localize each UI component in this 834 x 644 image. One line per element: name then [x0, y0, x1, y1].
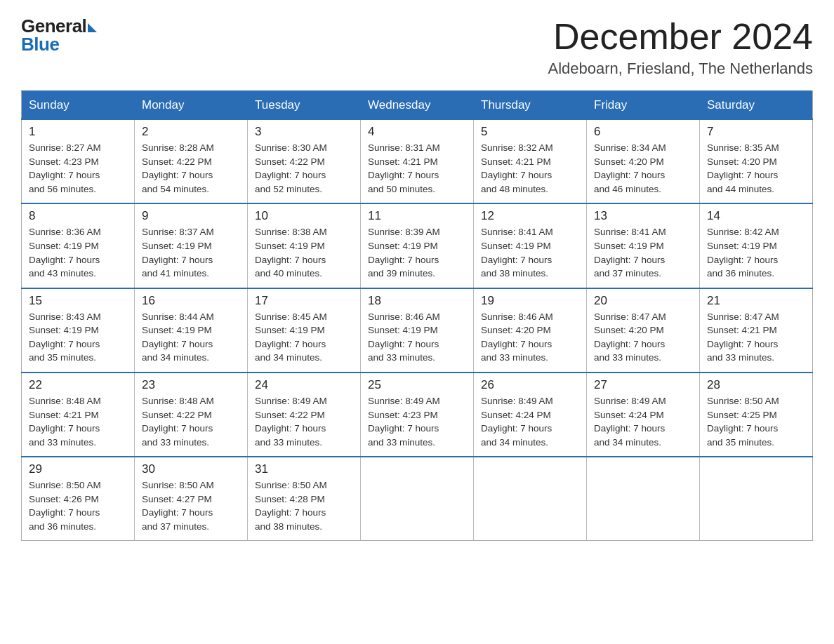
- calendar-day-cell: 10Sunrise: 8:38 AMSunset: 4:19 PMDayligh…: [248, 203, 361, 288]
- day-number: 29: [29, 462, 128, 476]
- day-info: Sunrise: 8:46 AMSunset: 4:20 PMDaylight:…: [481, 310, 581, 365]
- day-info: Sunrise: 8:49 AMSunset: 4:24 PMDaylight:…: [481, 394, 581, 449]
- day-info: Sunrise: 8:30 AMSunset: 4:22 PMDaylight:…: [255, 141, 355, 196]
- calendar-day-cell: 18Sunrise: 8:46 AMSunset: 4:19 PMDayligh…: [361, 288, 474, 373]
- day-number: 24: [255, 378, 355, 392]
- day-number: 14: [707, 209, 807, 223]
- calendar-day-cell: 26Sunrise: 8:49 AMSunset: 4:24 PMDayligh…: [474, 373, 587, 457]
- calendar-week-row: 8Sunrise: 8:36 AMSunset: 4:19 PMDaylight…: [22, 203, 813, 288]
- calendar-day-cell: 29Sunrise: 8:50 AMSunset: 4:26 PMDayligh…: [22, 457, 135, 541]
- day-info: Sunrise: 8:50 AMSunset: 4:26 PMDaylight:…: [29, 478, 128, 533]
- calendar-empty-cell: [474, 457, 587, 541]
- day-info: Sunrise: 8:50 AMSunset: 4:28 PMDaylight:…: [255, 478, 355, 533]
- weekday-header-tuesday: Tuesday: [248, 91, 361, 120]
- calendar-week-row: 29Sunrise: 8:50 AMSunset: 4:26 PMDayligh…: [22, 457, 813, 541]
- day-info: Sunrise: 8:45 AMSunset: 4:19 PMDaylight:…: [255, 310, 355, 365]
- weekday-header-thursday: Thursday: [474, 91, 587, 120]
- title-block: December 2024 Aldeboarn, Friesland, The …: [548, 17, 813, 78]
- month-title: December 2024: [548, 17, 813, 57]
- logo-blue: Blue: [21, 35, 59, 53]
- calendar-week-row: 1Sunrise: 8:27 AMSunset: 4:23 PMDaylight…: [22, 119, 813, 203]
- day-number: 17: [255, 294, 355, 308]
- day-info: Sunrise: 8:31 AMSunset: 4:21 PMDaylight:…: [368, 141, 468, 196]
- day-number: 26: [481, 378, 581, 392]
- day-info: Sunrise: 8:49 AMSunset: 4:24 PMDaylight:…: [594, 394, 694, 449]
- day-info: Sunrise: 8:50 AMSunset: 4:25 PMDaylight:…: [707, 394, 807, 449]
- weekday-header-row: SundayMondayTuesdayWednesdayThursdayFrid…: [22, 91, 813, 120]
- calendar-day-cell: 4Sunrise: 8:31 AMSunset: 4:21 PMDaylight…: [361, 119, 474, 203]
- calendar-day-cell: 20Sunrise: 8:47 AMSunset: 4:20 PMDayligh…: [587, 288, 700, 373]
- day-number: 15: [29, 294, 128, 308]
- day-number: 13: [594, 209, 694, 223]
- day-info: Sunrise: 8:43 AMSunset: 4:19 PMDaylight:…: [29, 310, 128, 365]
- calendar-day-cell: 28Sunrise: 8:50 AMSunset: 4:25 PMDayligh…: [700, 373, 813, 457]
- day-number: 25: [368, 378, 468, 392]
- day-number: 31: [255, 462, 355, 476]
- page: General Blue December 2024 Aldeboarn, Fr…: [0, 0, 834, 555]
- day-info: Sunrise: 8:41 AMSunset: 4:19 PMDaylight:…: [594, 225, 694, 280]
- weekday-header-saturday: Saturday: [700, 91, 813, 120]
- calendar-empty-cell: [587, 457, 700, 541]
- calendar-day-cell: 23Sunrise: 8:48 AMSunset: 4:22 PMDayligh…: [135, 373, 248, 457]
- calendar-day-cell: 13Sunrise: 8:41 AMSunset: 4:19 PMDayligh…: [587, 203, 700, 288]
- calendar-empty-cell: [361, 457, 474, 541]
- day-number: 27: [594, 378, 694, 392]
- day-info: Sunrise: 8:44 AMSunset: 4:19 PMDaylight:…: [142, 310, 241, 365]
- day-number: 9: [142, 209, 241, 223]
- day-number: 7: [707, 125, 807, 139]
- calendar-empty-cell: [700, 457, 813, 541]
- day-info: Sunrise: 8:48 AMSunset: 4:21 PMDaylight:…: [29, 394, 128, 449]
- calendar-week-row: 15Sunrise: 8:43 AMSunset: 4:19 PMDayligh…: [22, 288, 813, 373]
- calendar-day-cell: 25Sunrise: 8:49 AMSunset: 4:23 PMDayligh…: [361, 373, 474, 457]
- calendar-day-cell: 2Sunrise: 8:28 AMSunset: 4:22 PMDaylight…: [135, 119, 248, 203]
- calendar-day-cell: 12Sunrise: 8:41 AMSunset: 4:19 PMDayligh…: [474, 203, 587, 288]
- calendar-day-cell: 7Sunrise: 8:35 AMSunset: 4:20 PMDaylight…: [700, 119, 813, 203]
- day-number: 6: [594, 125, 694, 139]
- calendar-day-cell: 31Sunrise: 8:50 AMSunset: 4:28 PMDayligh…: [248, 457, 361, 541]
- day-number: 1: [29, 125, 128, 139]
- calendar-day-cell: 8Sunrise: 8:36 AMSunset: 4:19 PMDaylight…: [22, 203, 135, 288]
- day-number: 28: [707, 378, 807, 392]
- day-info: Sunrise: 8:48 AMSunset: 4:22 PMDaylight:…: [142, 394, 241, 449]
- day-number: 2: [142, 125, 241, 139]
- calendar-week-row: 22Sunrise: 8:48 AMSunset: 4:21 PMDayligh…: [22, 373, 813, 457]
- calendar-day-cell: 22Sunrise: 8:48 AMSunset: 4:21 PMDayligh…: [22, 373, 135, 457]
- day-info: Sunrise: 8:49 AMSunset: 4:23 PMDaylight:…: [368, 394, 468, 449]
- logo-triangle-icon: [88, 23, 97, 32]
- calendar-day-cell: 19Sunrise: 8:46 AMSunset: 4:20 PMDayligh…: [474, 288, 587, 373]
- calendar-day-cell: 15Sunrise: 8:43 AMSunset: 4:19 PMDayligh…: [22, 288, 135, 373]
- calendar-day-cell: 9Sunrise: 8:37 AMSunset: 4:19 PMDaylight…: [135, 203, 248, 288]
- calendar-table: SundayMondayTuesdayWednesdayThursdayFrid…: [21, 90, 813, 541]
- day-info: Sunrise: 8:41 AMSunset: 4:19 PMDaylight:…: [481, 225, 581, 280]
- header: General Blue December 2024 Aldeboarn, Fr…: [21, 17, 813, 78]
- day-number: 18: [368, 294, 468, 308]
- day-number: 10: [255, 209, 355, 223]
- calendar-day-cell: 3Sunrise: 8:30 AMSunset: 4:22 PMDaylight…: [248, 119, 361, 203]
- calendar-day-cell: 16Sunrise: 8:44 AMSunset: 4:19 PMDayligh…: [135, 288, 248, 373]
- weekday-header-wednesday: Wednesday: [361, 91, 474, 120]
- weekday-header-monday: Monday: [135, 91, 248, 120]
- logo: General Blue: [21, 17, 97, 53]
- day-info: Sunrise: 8:35 AMSunset: 4:20 PMDaylight:…: [707, 141, 807, 196]
- calendar-day-cell: 24Sunrise: 8:49 AMSunset: 4:22 PMDayligh…: [248, 373, 361, 457]
- calendar-day-cell: 30Sunrise: 8:50 AMSunset: 4:27 PMDayligh…: [135, 457, 248, 541]
- day-info: Sunrise: 8:42 AMSunset: 4:19 PMDaylight:…: [707, 225, 807, 280]
- day-number: 5: [481, 125, 581, 139]
- location-subtitle: Aldeboarn, Friesland, The Netherlands: [548, 60, 813, 78]
- calendar-day-cell: 11Sunrise: 8:39 AMSunset: 4:19 PMDayligh…: [361, 203, 474, 288]
- calendar-day-cell: 27Sunrise: 8:49 AMSunset: 4:24 PMDayligh…: [587, 373, 700, 457]
- day-number: 22: [29, 378, 128, 392]
- day-number: 30: [142, 462, 241, 476]
- calendar-day-cell: 6Sunrise: 8:34 AMSunset: 4:20 PMDaylight…: [587, 119, 700, 203]
- day-info: Sunrise: 8:27 AMSunset: 4:23 PMDaylight:…: [29, 141, 128, 196]
- day-number: 11: [368, 209, 468, 223]
- calendar-day-cell: 21Sunrise: 8:47 AMSunset: 4:21 PMDayligh…: [700, 288, 813, 373]
- day-info: Sunrise: 8:50 AMSunset: 4:27 PMDaylight:…: [142, 478, 241, 533]
- day-number: 8: [29, 209, 128, 223]
- day-info: Sunrise: 8:38 AMSunset: 4:19 PMDaylight:…: [255, 225, 355, 280]
- day-info: Sunrise: 8:46 AMSunset: 4:19 PMDaylight:…: [368, 310, 468, 365]
- day-info: Sunrise: 8:36 AMSunset: 4:19 PMDaylight:…: [29, 225, 128, 280]
- weekday-header-sunday: Sunday: [22, 91, 135, 120]
- calendar-day-cell: 14Sunrise: 8:42 AMSunset: 4:19 PMDayligh…: [700, 203, 813, 288]
- weekday-header-friday: Friday: [587, 91, 700, 120]
